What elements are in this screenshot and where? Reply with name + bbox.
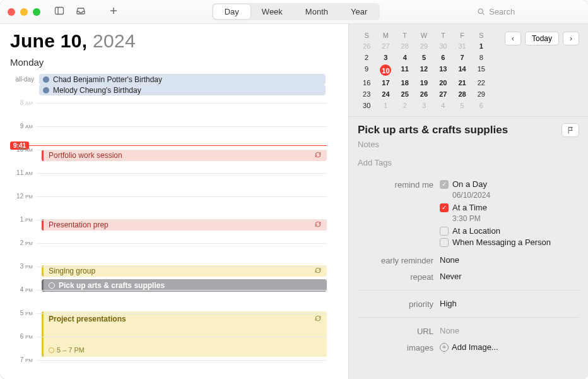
hour-row: 1 PM xyxy=(10,216,327,223)
mini-day-cell[interactable]: 23 xyxy=(358,90,375,99)
mini-day-cell[interactable]: 13 xyxy=(434,64,452,76)
mini-day-cell[interactable]: 26 xyxy=(415,90,433,99)
mini-day-cell[interactable]: 1 xyxy=(473,42,490,51)
mini-day-cell[interactable]: 29 xyxy=(415,42,433,51)
mini-day-cell[interactable]: 31 xyxy=(453,42,471,51)
mini-day-cell[interactable]: 20 xyxy=(434,78,452,87)
mini-day-cell[interactable]: 25 xyxy=(396,90,414,99)
mini-day-cell[interactable]: 6 xyxy=(434,53,452,62)
early-reminder-value[interactable]: None xyxy=(440,255,579,265)
checkbox-checked-icon: ✓ xyxy=(440,203,449,212)
repeat-value[interactable]: Never xyxy=(440,272,579,281)
mini-day-cell[interactable]: 28 xyxy=(396,42,414,51)
mini-day-cell[interactable]: 7 xyxy=(453,53,471,62)
inspector-notes[interactable]: Notes xyxy=(358,140,579,149)
mini-day-cell[interactable]: 5 xyxy=(415,53,433,62)
mini-day-cell[interactable]: 30 xyxy=(358,101,375,110)
add-image-button[interactable]: +Add Image... xyxy=(440,342,579,352)
right-panel: SMTWTFS262728293031123456789101112131415… xyxy=(348,24,588,379)
flag-button[interactable] xyxy=(562,123,579,137)
mini-day-cell[interactable]: 22 xyxy=(473,78,490,87)
url-value[interactable]: None xyxy=(440,326,579,335)
svg-point-4 xyxy=(478,9,483,13)
add-event-icon[interactable] xyxy=(109,6,119,18)
remind-on-day-value[interactable]: 06/10/2024 xyxy=(452,191,579,200)
svg-rect-0 xyxy=(56,7,64,14)
mini-day-cell[interactable]: 10 xyxy=(380,64,391,76)
url-label: URL xyxy=(358,326,440,336)
mini-day-cell[interactable]: 19 xyxy=(415,78,433,87)
priority-value[interactable]: High xyxy=(440,299,579,308)
mini-day-cell[interactable]: 8 xyxy=(473,53,490,62)
status-circle-icon xyxy=(49,347,54,353)
view-day[interactable]: Day xyxy=(213,4,250,19)
remind-me-label: remind me xyxy=(358,179,440,190)
mini-day-cell[interactable]: 4 xyxy=(396,53,414,62)
mini-day-cell[interactable]: 2 xyxy=(396,101,414,110)
search-input[interactable]: Search xyxy=(473,5,580,19)
priority-label: priority xyxy=(358,299,440,309)
minimize-button[interactable] xyxy=(20,8,28,16)
remind-at-location[interactable]: At a Location xyxy=(440,226,579,236)
close-button[interactable] xyxy=(8,8,15,16)
mini-day-cell[interactable]: 9 xyxy=(358,64,375,76)
remind-on-day[interactable]: ✓On a Day xyxy=(440,179,579,189)
mini-day-header: F xyxy=(453,32,471,39)
prev-month-button[interactable]: ‹ xyxy=(505,32,521,45)
allday-label: all-day xyxy=(10,76,34,83)
inspector-tags[interactable]: Add Tags xyxy=(358,158,579,167)
allday-event[interactable]: Melody Cheung's Birthday xyxy=(39,85,326,95)
mini-month-grid[interactable]: SMTWTFS262728293031123456789101112131415… xyxy=(358,32,490,110)
mini-day-header: S xyxy=(358,32,375,39)
mini-day-cell[interactable]: 2 xyxy=(358,53,375,62)
sidebar-toggle-icon[interactable] xyxy=(54,6,64,18)
mini-day-cell[interactable]: 3 xyxy=(415,101,433,110)
mini-day-cell[interactable]: 27 xyxy=(434,90,452,99)
remind-at-time[interactable]: ✓At a Time xyxy=(440,203,579,212)
mini-day-cell[interactable]: 14 xyxy=(453,64,471,76)
mini-day-cell[interactable]: 29 xyxy=(473,90,490,99)
next-month-button[interactable]: › xyxy=(563,32,579,45)
early-reminder-label: early reminder xyxy=(358,255,440,265)
zoom-button[interactable] xyxy=(33,8,40,16)
search-placeholder: Search xyxy=(489,7,515,16)
inspector-title[interactable]: Pick up arts & crafts supplies xyxy=(358,124,508,136)
images-label: images xyxy=(358,342,440,352)
mini-day-cell[interactable]: 21 xyxy=(453,78,471,87)
mini-day-cell[interactable]: 15 xyxy=(473,64,490,76)
birthday-icon xyxy=(43,87,49,93)
remind-at-time-value[interactable]: 3:30 PM xyxy=(452,214,579,223)
mini-day-cell[interactable]: 11 xyxy=(396,64,414,76)
inbox-icon[interactable] xyxy=(76,6,86,18)
view-week[interactable]: Week xyxy=(250,4,294,19)
remind-when-messaging[interactable]: When Messaging a Person xyxy=(440,238,579,247)
mini-day-cell[interactable]: 28 xyxy=(453,90,471,99)
view-month[interactable]: Month xyxy=(294,4,339,19)
mini-day-cell[interactable]: 1 xyxy=(377,101,394,110)
hour-row: 4 PM xyxy=(10,286,327,293)
mini-day-cell[interactable]: 5 xyxy=(453,101,471,110)
page-title: June 10, 2024 xyxy=(10,30,348,52)
timeline[interactable]: 9:41 Portfolio work session Presentation… xyxy=(10,99,348,371)
hour-row: 3 PM xyxy=(10,263,327,270)
mini-day-cell[interactable]: 16 xyxy=(358,78,375,87)
mini-day-cell[interactable]: 26 xyxy=(358,42,375,51)
window-controls xyxy=(8,8,40,16)
mini-day-cell[interactable]: 30 xyxy=(434,42,452,51)
mini-day-cell[interactable]: 6 xyxy=(473,101,490,110)
mini-day-header: M xyxy=(377,32,394,39)
mini-day-cell[interactable]: 18 xyxy=(396,78,414,87)
checkbox-icon xyxy=(440,238,449,247)
mini-day-cell[interactable]: 4 xyxy=(434,101,452,110)
mini-day-cell[interactable]: 24 xyxy=(377,90,394,99)
mini-day-cell[interactable]: 27 xyxy=(377,42,394,51)
mini-day-cell[interactable]: 3 xyxy=(377,53,394,62)
mini-day-header: W xyxy=(415,32,433,39)
today-button[interactable]: Today xyxy=(525,32,559,45)
view-year[interactable]: Year xyxy=(339,4,379,19)
svg-line-5 xyxy=(483,13,484,15)
mini-day-header: T xyxy=(396,32,414,39)
mini-day-cell[interactable]: 17 xyxy=(377,78,394,87)
mini-day-cell[interactable]: 12 xyxy=(415,64,433,76)
allday-event[interactable]: Chad Benjamin Potter's Birthday xyxy=(39,74,326,85)
